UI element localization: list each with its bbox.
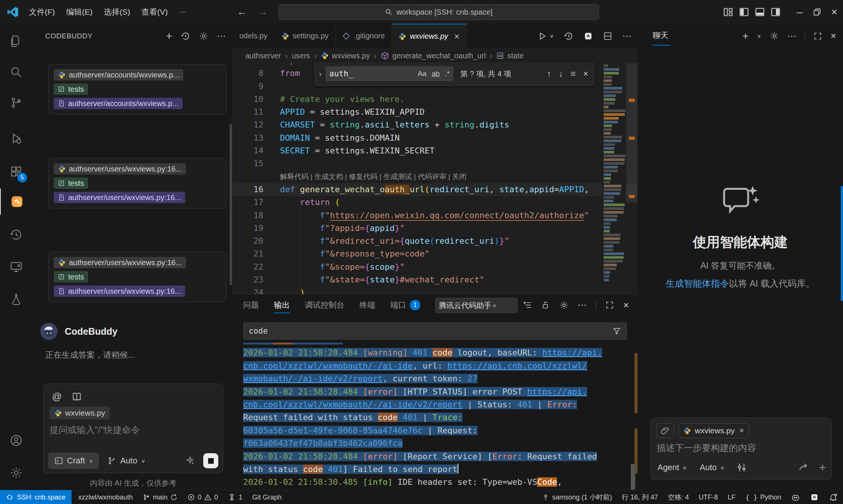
new-chat-icon[interactable]: + (166, 30, 172, 43)
code-editor[interactable]: 7import 8from 910# Create your views her… (233, 63, 638, 294)
context-group-card[interactable]: authserver/users/wxviews.py:16... tests … (48, 252, 227, 302)
source-control-icon[interactable] (0, 90, 32, 116)
extensions-icon[interactable]: 5 (0, 158, 32, 185)
panel-tab[interactable]: 端口1 (390, 295, 420, 316)
model-selector[interactable]: Auto ∨ (107, 456, 145, 466)
chat-add-icon[interactable]: + (819, 461, 826, 475)
repo-name[interactable]: xzzlwl/wxmobauth (78, 493, 133, 501)
remote-window-icon[interactable] (0, 254, 32, 280)
minimap[interactable] (602, 63, 626, 294)
agent-mode-selector[interactable]: Agent ∨ (657, 463, 687, 472)
sync-icon[interactable] (170, 493, 178, 501)
whole-word-icon[interactable]: ab (432, 70, 440, 78)
find-next-icon[interactable]: ↓ (559, 69, 563, 79)
reference-chip[interactable]: authserver/users/wxviews.py:16... (54, 285, 185, 297)
sidebar-more-icon[interactable]: ⋯ (217, 31, 226, 41)
run-debug-icon[interactable] (0, 125, 32, 152)
blame-indicator[interactable]: samsong (1 小时前) (542, 493, 612, 502)
timeline-icon[interactable] (564, 31, 574, 41)
output-settings-icon[interactable] (559, 301, 569, 310)
breadcrumb-item[interactable]: users (292, 52, 310, 60)
match-case-icon[interactable]: Aa (418, 70, 426, 78)
chat-settings-icon[interactable] (770, 31, 779, 41)
output-log[interactable]: code 2026-01-02 21:58:28.484 [warning] 4… (243, 343, 621, 490)
run-python-button[interactable]: ∨ (537, 31, 554, 41)
menu-item[interactable]: 文件(F) (23, 7, 61, 17)
chat-more-icon[interactable]: ⋯ (787, 31, 796, 41)
knowledge-book-icon[interactable] (72, 392, 82, 402)
sidebar-scrollbar[interactable] (230, 124, 232, 285)
testing-view-icon[interactable] (0, 286, 32, 313)
codebuddy-action-icon[interactable] (583, 31, 593, 41)
maximize-panel-icon[interactable] (605, 301, 614, 310)
file-chip[interactable]: authserver/accounts/wxviews.p... (54, 69, 183, 80)
editor-tab[interactable]: .gitignore (336, 24, 392, 48)
explorer-icon[interactable] (0, 28, 32, 54)
context-group-card[interactable]: authserver/users/wxviews.py:16... tests … (48, 158, 227, 208)
editor-tab[interactable]: settings.py (275, 24, 336, 48)
problems-indicator[interactable]: 0 0 (187, 493, 218, 501)
breadcrumb-item[interactable]: authserver (245, 52, 281, 60)
chat-close-icon[interactable]: × (831, 30, 836, 42)
chat-new-icon[interactable]: + (743, 30, 749, 42)
panel-tab[interactable]: 调试控制台 (305, 295, 344, 316)
output-channel-picker[interactable]: 腾讯云代码助手 ∨ (435, 298, 517, 313)
editor-more-icon[interactable]: ⋯ (622, 31, 631, 41)
minimize-icon[interactable]: – (791, 0, 808, 24)
history-view-icon[interactable] (0, 222, 32, 248)
search-view-icon[interactable] (0, 59, 32, 85)
toggle-sidebar-icon[interactable] (739, 7, 749, 17)
codebuddy-view-icon[interactable] (0, 188, 33, 215)
chat-fullscreen-icon[interactable] (813, 32, 822, 41)
customize-layout-icon[interactable] (723, 7, 733, 17)
branch-indicator[interactable]: main (143, 493, 178, 501)
tests-chip[interactable]: tests (54, 178, 88, 189)
menu-item[interactable]: 编辑(E) (61, 7, 98, 17)
sparkle-icon[interactable] (185, 456, 195, 466)
breadcrumb-item[interactable]: wxviews.py (332, 52, 370, 60)
mode-selector[interactable]: Craft ∨ (48, 452, 99, 469)
find-previous-icon[interactable]: ↑ (547, 69, 551, 79)
panel-tab[interactable]: 问题 (243, 295, 259, 316)
toggle-secondary-sidebar-icon[interactable] (771, 7, 781, 17)
tests-chip[interactable]: tests (54, 271, 88, 282)
editor-tab[interactable]: wxviews.py× (392, 24, 466, 48)
chat-input-card[interactable]: @ wxviews.py 提问或输入"/"快捷命令 Craft ∨ Auto ∨ (43, 384, 223, 473)
generate-agent-instructions-link[interactable]: 生成智能体指令 (666, 278, 729, 288)
assistant-status-icon[interactable] (791, 493, 800, 502)
codebuddy-status-icon[interactable] (810, 493, 819, 502)
reference-chip[interactable]: authserver/accounts/wxviews.p... (54, 98, 183, 109)
close-tab-icon[interactable]: × (454, 31, 460, 42)
nav-forward-icon[interactable]: → (258, 6, 268, 18)
chat-model-selector[interactable]: Auto ∨ (700, 463, 724, 472)
menu-item[interactable]: 选择(S) (98, 7, 136, 17)
remote-indicator[interactable]: SSH: cnb.space (0, 490, 72, 504)
attached-file-chip[interactable]: wxviews.py × (679, 423, 749, 438)
toggle-panel-icon[interactable] (755, 7, 765, 17)
ports-indicator[interactable]: 1 (228, 493, 242, 501)
menu-item[interactable]: 查看(V) (136, 7, 173, 17)
menu-overflow-icon[interactable]: ⋯ (173, 8, 193, 17)
restore-icon[interactable] (808, 0, 826, 24)
chevron-down-icon[interactable]: ∨ (757, 33, 761, 39)
context-group-card[interactable]: authserver/accounts/wxviews.p... tests a… (48, 64, 227, 114)
command-center-search[interactable]: workspace [SSH: cnb.space] (278, 4, 599, 20)
output-filter-input[interactable]: code (243, 322, 627, 340)
notifications-bell-icon[interactable] (829, 493, 838, 502)
eol-indicator[interactable]: LF (727, 493, 735, 501)
chat-tab[interactable]: 聊天 (653, 24, 668, 47)
editor-scrollbar[interactable] (626, 63, 638, 294)
git-graph-button[interactable]: Git Graph (252, 493, 282, 501)
chat-composer-placeholder[interactable]: 描述下一步要构建的内容 (657, 442, 756, 454)
codelens-row[interactable]: 解释代码 | 生成文档 | 修复代码 | 生成测试 | 代码评审 | 关闭 (233, 170, 638, 183)
chat-history-icon[interactable] (181, 31, 190, 41)
tests-chip[interactable]: tests (54, 83, 88, 95)
send-icon[interactable] (798, 462, 809, 473)
tools-icon[interactable] (736, 462, 747, 473)
panel-tab[interactable]: 终端 (359, 295, 375, 316)
unlock-scroll-icon[interactable] (541, 301, 550, 310)
breadcrumb-item[interactable]: state (507, 52, 523, 60)
reference-chip[interactable]: authserver/users/wxviews.py:16... (54, 192, 185, 203)
find-widget[interactable]: › auth_ Aa ab .* 第 ? 项, 共 4 项 ↑ ↓ ≡ × (315, 62, 594, 86)
regex-icon[interactable]: .* (445, 70, 450, 78)
